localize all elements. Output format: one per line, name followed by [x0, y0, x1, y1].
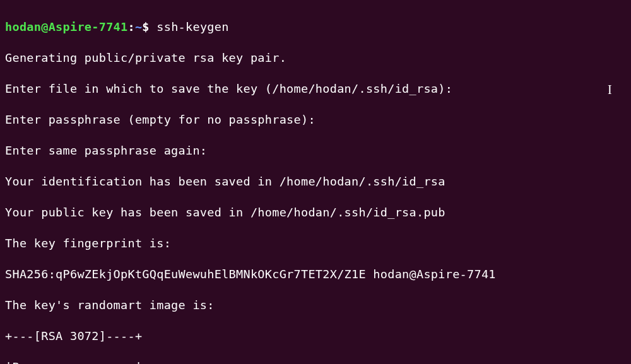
randomart-line: +---[RSA 3072]----+: [5, 329, 626, 344]
prompt-colon: :: [127, 20, 134, 33]
output-line: Your public key has been saved in /home/…: [5, 205, 626, 221]
randomart-line: |B+ |: [5, 360, 626, 365]
output-line: Enter same passphrase again:: [5, 143, 626, 159]
terminal-window[interactable]: hodan@Aspire-7741:~$ ssh-keygen Generati…: [5, 4, 626, 364]
prompt-dollar: $: [142, 20, 149, 33]
output-line: Generating public/private rsa key pair.: [5, 50, 626, 66]
output-line: SHA256:qP6wZEkjOpKtGQqEuWewuhElBMNkOKcGr…: [5, 267, 626, 283]
output-line: Your identification has been saved in /h…: [5, 174, 626, 190]
output-line: Enter passphrase (empty for no passphras…: [5, 112, 626, 128]
prompt-line-1: hodan@Aspire-7741:~$ ssh-keygen: [5, 20, 626, 35]
prompt-user-host: hodan@Aspire-7741: [5, 20, 127, 33]
ibeam-cursor-icon: I: [608, 82, 612, 98]
prompt-path: ~: [135, 20, 142, 33]
command-text: ssh-keygen: [150, 20, 229, 33]
output-line: The key's randomart image is:: [5, 298, 626, 314]
output-line: The key fingerprint is:: [5, 236, 626, 252]
output-line: Enter file in which to save the key (/ho…: [5, 81, 626, 97]
